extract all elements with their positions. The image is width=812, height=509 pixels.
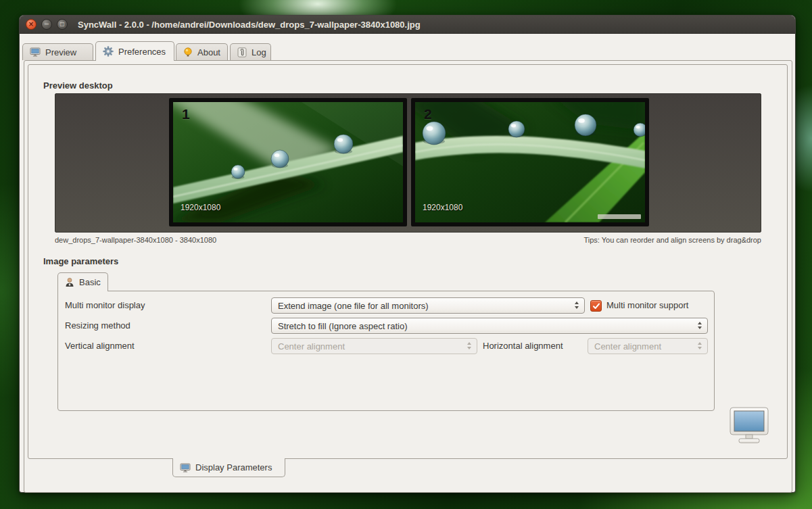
image-parameters-heading: Image parameters	[43, 256, 118, 266]
desktop-wallpaper: × − □ SyncWall - 2.0.0 - /home/andrei/Do…	[0, 0, 812, 509]
multi-monitor-support-checkbox[interactable]	[590, 300, 602, 312]
spinner-arrows-icon	[698, 342, 702, 349]
multi-monitor-display-select[interactable]: Extend image (one file for all monitors)	[271, 297, 585, 314]
monitor-icon	[180, 463, 191, 472]
close-icon: ×	[28, 21, 34, 28]
tab-log[interactable]: Log	[230, 43, 271, 60]
tab-display-parameters[interactable]: Display Parameters	[172, 458, 285, 477]
window-title: SyncWall - 2.0.0 - /home/andrei/Download…	[78, 20, 421, 30]
desktop-preview-area[interactable]: 1 1920x1080	[55, 93, 761, 233]
spinner-arrows-icon	[575, 301, 579, 309]
minimize-button[interactable]: −	[41, 19, 52, 30]
multi-monitor-display-value: Extend image (one file for all monitors)	[278, 301, 429, 311]
horizontal-alignment-label: Horizontal alignment	[483, 338, 563, 354]
monitor-preview-2[interactable]: 2 1920x1080	[411, 98, 649, 226]
monitor-2-resolution: 1920x1080	[423, 203, 462, 212]
maximize-button[interactable]: □	[57, 19, 68, 30]
wallpaper-file-label: dew_drops_7-wallpaper-3840x1080 - 3840x1…	[55, 236, 216, 244]
monitor-preview-1[interactable]: 1 1920x1080	[169, 98, 407, 226]
minimize-icon: −	[44, 21, 49, 28]
display-monitor-icon	[728, 406, 770, 448]
tab-about[interactable]: About	[176, 43, 228, 60]
gear-icon	[103, 46, 114, 57]
spinner-arrows-icon	[698, 322, 702, 329]
maximize-icon: □	[59, 22, 65, 27]
vertical-alignment-label: Vertical alignment	[65, 338, 135, 354]
syncwall-window: × − □ SyncWall - 2.0.0 - /home/andrei/Do…	[19, 15, 796, 493]
multi-monitor-support-label: Multi monitor support	[606, 297, 688, 314]
tab-basic-label: Basic	[79, 277, 101, 287]
bulb-icon	[183, 47, 193, 57]
monitor-1-number: 1	[182, 106, 190, 122]
resizing-method-label: Resizing method	[65, 318, 130, 334]
resizing-method-value: Stretch to fill (Ignore aspect ratio)	[278, 321, 407, 331]
resizing-method-select[interactable]: Stretch to fill (Ignore aspect ratio)	[271, 318, 708, 334]
preview-desktop-heading: Preview desktop	[43, 80, 113, 91]
close-button[interactable]: ×	[26, 19, 37, 30]
horizontal-alignment-select[interactable]: Center alignment	[588, 338, 708, 354]
tab-display-parameters-label: Display Parameters	[195, 462, 272, 472]
tab-preferences[interactable]: Preferences	[95, 41, 174, 61]
multi-monitor-display-label: Multi monitor display	[65, 297, 145, 314]
tab-basic[interactable]: Basic	[57, 272, 108, 291]
paperclip-icon	[237, 47, 247, 57]
tab-log-label: Log	[252, 47, 266, 57]
vertical-alignment-value: Center alignment	[278, 341, 345, 352]
checkmark-icon	[592, 302, 600, 310]
spinner-arrows-icon	[467, 342, 471, 349]
monitor-2-number: 2	[424, 106, 432, 122]
vertical-alignment-select[interactable]: Center alignment	[271, 338, 477, 354]
monitor-icon	[30, 47, 41, 57]
tab-about-label: About	[197, 47, 220, 57]
basic-person-icon	[65, 277, 74, 287]
tab-preview[interactable]: Preview	[22, 43, 93, 60]
monitor-1-resolution: 1920x1080	[181, 203, 220, 212]
wallpaper-watermark	[598, 214, 641, 219]
horizontal-alignment-value: Center alignment	[594, 341, 661, 352]
titlebar[interactable]: × − □ SyncWall - 2.0.0 - /home/andrei/Do…	[20, 16, 795, 34]
tab-preferences-label: Preferences	[118, 47, 166, 57]
dragdrop-tips-label: Tips: You can reorder and align screens …	[583, 236, 761, 244]
tab-preview-label: Preview	[45, 47, 76, 57]
